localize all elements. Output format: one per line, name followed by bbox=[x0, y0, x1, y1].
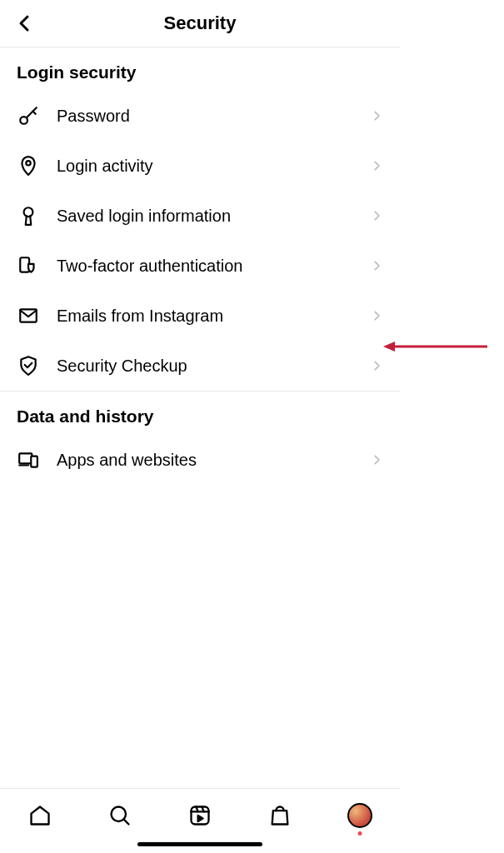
profile-avatar bbox=[347, 803, 372, 828]
list-item-label: Two-factor authentication bbox=[57, 257, 370, 276]
list-item-label: Security Checkup bbox=[57, 357, 370, 376]
svg-rect-12 bbox=[192, 807, 209, 825]
chevron-right-icon bbox=[370, 209, 383, 222]
chevron-right-icon bbox=[370, 159, 383, 172]
list-item-emails-from-instagram[interactable]: Emails from Instagram bbox=[0, 291, 400, 341]
svg-line-2 bbox=[32, 112, 35, 114]
list-item-label: Emails from Instagram bbox=[57, 307, 370, 326]
list-item-label: Saved login information bbox=[57, 207, 370, 226]
chevron-left-icon bbox=[15, 13, 35, 33]
chevron-right-icon bbox=[370, 309, 383, 322]
section-header-data-history: Data and history bbox=[0, 392, 400, 435]
chevron-right-icon bbox=[370, 259, 383, 272]
list-login-security: Password Login activity bbox=[0, 91, 400, 391]
nav-search[interactable] bbox=[103, 799, 137, 832]
page-title: Security bbox=[164, 12, 237, 34]
list-item-saved-login[interactable]: Saved login information bbox=[0, 191, 400, 241]
nav-shop[interactable] bbox=[263, 799, 297, 832]
list-item-apps-websites[interactable]: Apps and websites bbox=[0, 435, 400, 485]
notification-dot-icon bbox=[358, 831, 362, 836]
mail-icon bbox=[17, 304, 40, 327]
svg-point-3 bbox=[26, 161, 30, 165]
shield-device-icon bbox=[17, 254, 40, 277]
key-icon bbox=[17, 104, 40, 127]
section-header-login-security: Login security bbox=[0, 47, 400, 91]
chevron-right-icon bbox=[370, 453, 383, 466]
keyhole-icon bbox=[17, 204, 40, 227]
shopping-bag-icon bbox=[268, 804, 292, 827]
header-bar: Security bbox=[0, 0, 400, 47]
svg-point-4 bbox=[24, 207, 33, 217]
svg-marker-16 bbox=[198, 816, 203, 821]
list-item-label: Password bbox=[57, 107, 370, 126]
list-item-label: Login activity bbox=[57, 157, 370, 176]
list-item-label: Apps and websites bbox=[57, 451, 370, 470]
svg-rect-9 bbox=[31, 456, 37, 467]
list-data-history: Apps and websites bbox=[0, 435, 400, 485]
list-item-password[interactable]: Password bbox=[0, 91, 400, 141]
back-button[interactable] bbox=[10, 8, 40, 38]
nav-profile[interactable] bbox=[343, 799, 377, 832]
reels-icon bbox=[188, 804, 212, 827]
nav-home[interactable] bbox=[23, 799, 57, 832]
chevron-right-icon bbox=[370, 359, 383, 372]
list-item-two-factor[interactable]: Two-factor authentication bbox=[0, 241, 400, 291]
list-item-security-checkup[interactable]: Security Checkup bbox=[0, 341, 400, 391]
nav-reels[interactable] bbox=[183, 799, 217, 832]
devices-icon bbox=[17, 448, 40, 471]
home-icon bbox=[28, 804, 52, 827]
location-pin-icon bbox=[17, 154, 40, 177]
svg-rect-7 bbox=[19, 453, 32, 463]
list-item-login-activity[interactable]: Login activity bbox=[0, 141, 400, 191]
svg-line-11 bbox=[124, 820, 129, 825]
home-indicator bbox=[137, 842, 262, 846]
shield-check-icon bbox=[17, 354, 40, 377]
chevron-right-icon bbox=[370, 109, 383, 122]
app-container: Security Login security Password bbox=[0, 0, 400, 853]
search-icon bbox=[108, 804, 132, 827]
